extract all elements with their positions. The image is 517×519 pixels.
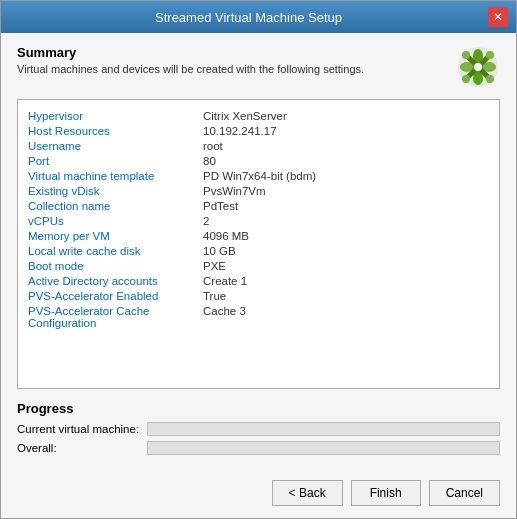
current-vm-progress-bar [147,422,500,436]
info-row: Usernameroot [28,138,489,153]
main-content: Summary Virtual machines and devices wil… [1,33,516,472]
summary-text: Summary Virtual machines and devices wil… [17,45,446,75]
info-row-label: Boot mode [28,260,203,272]
info-row-label: Host Resources [28,125,203,137]
info-row-value: Citrix XenServer [203,110,287,122]
info-row: vCPUs2 [28,213,489,228]
close-button[interactable]: ✕ [488,7,508,27]
info-row-label: vCPUs [28,215,203,227]
progress-section: Progress Current virtual machine: Overal… [17,401,500,460]
info-row: Active Directory accountsCreate 1 [28,273,489,288]
svg-point-9 [462,75,470,83]
info-row-label: Active Directory accounts [28,275,203,287]
info-box: HypervisorCitrix XenServerHost Resources… [17,99,500,389]
info-row-value: PdTest [203,200,238,212]
overall-progress-bar [147,441,500,455]
info-row-value: PD Win7x64-bit (bdm) [203,170,316,182]
info-row-label: Memory per VM [28,230,203,242]
info-row-value: PXE [203,260,226,272]
info-row-value: Create 1 [203,275,247,287]
svg-point-7 [462,51,470,59]
current-vm-label: Current virtual machine: [17,423,147,435]
info-row: Collection namePdTest [28,198,489,213]
info-row: PVS-Accelerator Cache ConfigurationCache… [28,303,489,330]
info-row-value: True [203,290,226,302]
info-row: Memory per VM4096 MB [28,228,489,243]
overall-progress-row: Overall: [17,441,500,455]
summary-description: Virtual machines and devices will be cre… [17,63,446,75]
info-row: Local write cache disk10 GB [28,243,489,258]
info-row-label: Local write cache disk [28,245,203,257]
info-row-value: 10 GB [203,245,236,257]
info-row-label: Hypervisor [28,110,203,122]
info-row: HypervisorCitrix XenServer [28,108,489,123]
summary-section: Summary Virtual machines and devices wil… [17,45,500,89]
info-row: Host Resources10.192.241.17 [28,123,489,138]
title-bar: Streamed Virtual Machine Setup ✕ [1,1,516,33]
info-row-label: PVS-Accelerator Enabled [28,290,203,302]
svg-point-10 [486,75,494,83]
info-row-label: Port [28,155,203,167]
current-vm-progress-row: Current virtual machine: [17,422,500,436]
cancel-button[interactable]: Cancel [429,480,500,506]
info-row-label: Collection name [28,200,203,212]
finish-button[interactable]: Finish [351,480,421,506]
svg-point-11 [474,63,482,71]
info-row-value: Cache 3 [203,305,246,329]
citrix-logo [456,45,500,89]
dialog-title: Streamed Virtual Machine Setup [9,10,488,25]
info-row-label: Existing vDisk [28,185,203,197]
info-row-value: 80 [203,155,216,167]
button-row: < Back Finish Cancel [1,472,516,518]
dialog: Streamed Virtual Machine Setup ✕ Summary… [0,0,517,519]
info-row: Boot modePXE [28,258,489,273]
overall-label: Overall: [17,442,147,454]
info-row: PVS-Accelerator EnabledTrue [28,288,489,303]
info-row-value: 10.192.241.17 [203,125,277,137]
info-row-label: PVS-Accelerator Cache Configuration [28,305,203,329]
info-row-label: Virtual machine template [28,170,203,182]
info-row-value: root [203,140,223,152]
svg-point-8 [486,51,494,59]
info-row: Existing vDiskPvsWin7Vm [28,183,489,198]
back-button[interactable]: < Back [272,480,343,506]
info-row-label: Username [28,140,203,152]
info-row-value: 2 [203,215,209,227]
info-row-value: 4096 MB [203,230,249,242]
info-row: Port80 [28,153,489,168]
info-row: Virtual machine templatePD Win7x64-bit (… [28,168,489,183]
summary-title: Summary [17,45,446,60]
progress-title: Progress [17,401,500,416]
info-row-value: PvsWin7Vm [203,185,266,197]
